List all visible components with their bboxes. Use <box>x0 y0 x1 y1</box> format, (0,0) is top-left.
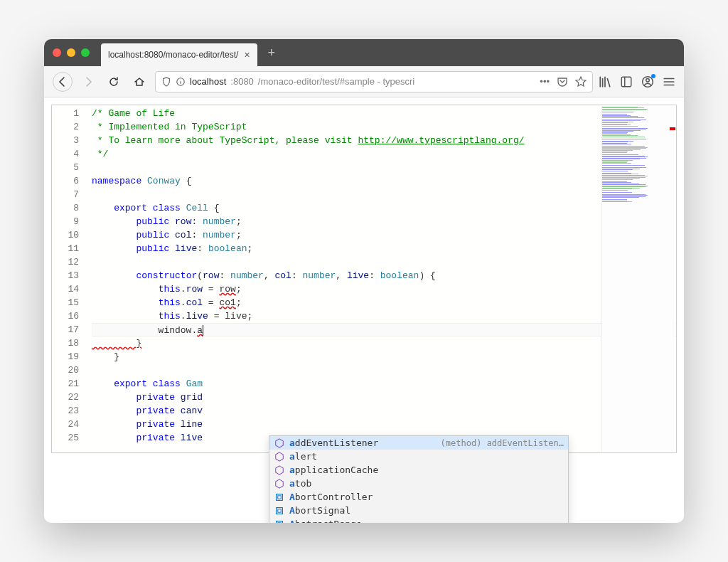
code-line[interactable]: */ <box>92 147 676 161</box>
library-icon[interactable] <box>599 75 611 88</box>
line-number: 24 <box>52 418 79 431</box>
suggest-item[interactable]: alert <box>269 450 568 463</box>
line-number: 12 <box>52 255 79 269</box>
sidebar-icon[interactable] <box>620 75 633 88</box>
reload-button[interactable] <box>104 72 124 92</box>
browser-window: localhost:8080/monaco-editor/test/ × + l… <box>44 39 684 523</box>
menu-icon[interactable] <box>663 75 675 88</box>
code-line[interactable]: } <box>92 350 676 364</box>
svg-rect-1 <box>621 77 631 87</box>
close-tab-icon[interactable]: × <box>244 49 250 60</box>
line-number: 13 <box>52 269 79 282</box>
code-line[interactable]: } <box>92 336 676 350</box>
line-number: 25 <box>52 431 79 445</box>
line-number: 16 <box>52 309 79 323</box>
line-number: 7 <box>52 188 79 201</box>
code-line[interactable]: export class Gam <box>92 377 676 391</box>
minimize-window-button[interactable] <box>67 48 75 57</box>
code-line[interactable]: this.col = co1; <box>92 296 676 309</box>
code-line[interactable]: constructor(row: number, col: number, li… <box>92 269 676 282</box>
code-line[interactable]: this.row = row; <box>92 282 676 296</box>
code-line[interactable]: /* Game of Life <box>92 107 676 120</box>
home-button[interactable] <box>129 72 149 92</box>
code-line[interactable]: public live: boolean; <box>92 242 676 255</box>
line-number: 8 <box>52 201 79 215</box>
line-number: 2 <box>52 120 79 134</box>
suggest-label: AbortController <box>289 492 373 502</box>
code-line[interactable]: this.live = live; <box>92 309 676 323</box>
code-line[interactable]: public col: number; <box>92 228 676 242</box>
line-number: 10 <box>52 228 79 242</box>
url-bar[interactable]: localhost:8080/monaco-editor/test/#sampl… <box>155 71 593 92</box>
back-button[interactable] <box>53 72 73 92</box>
account-icon[interactable] <box>641 75 654 88</box>
variable-icon <box>274 505 285 516</box>
code-line[interactable]: * Implemented in TypeScript <box>92 120 676 134</box>
maximize-window-button[interactable] <box>81 48 90 57</box>
variable-icon <box>274 492 285 503</box>
svg-rect-9 <box>278 522 281 523</box>
new-tab-button[interactable]: + <box>262 43 282 63</box>
code-line[interactable]: private canv <box>92 404 676 418</box>
code-line[interactable] <box>92 188 676 201</box>
suggest-item[interactable]: addEventListener(method) addEventListen… <box>269 436 568 450</box>
line-number: 15 <box>52 296 79 309</box>
minimap[interactable] <box>601 106 675 452</box>
line-number: 14 <box>52 282 79 296</box>
suggest-detail: (method) addEventListen… <box>441 438 564 448</box>
method-icon <box>274 451 285 462</box>
code-line[interactable]: namespace Conway { <box>92 174 676 188</box>
suggest-item[interactable]: applicationCache <box>269 463 568 477</box>
url-host: localhost <box>190 76 226 87</box>
browser-tab[interactable]: localhost:8080/monaco-editor/test/ × <box>101 43 257 66</box>
line-number: 1 <box>52 107 79 120</box>
code-line[interactable] <box>92 364 676 377</box>
suggest-widget[interactable]: addEventListener(method) addEventListen…… <box>269 435 569 523</box>
traffic-lights <box>53 48 90 57</box>
svg-rect-4 <box>277 494 283 500</box>
line-number: 4 <box>52 147 79 161</box>
line-number: 11 <box>52 242 79 255</box>
code-area[interactable]: /* Game of Life * Implemented in TypeScr… <box>92 105 676 452</box>
code-line[interactable]: private grid <box>92 391 676 404</box>
info-icon <box>176 77 186 87</box>
code-line[interactable] <box>92 255 676 269</box>
suggest-label: AbortSignal <box>289 505 350 516</box>
suggest-item[interactable]: atob <box>269 477 568 490</box>
code-line[interactable]: private line <box>92 418 676 431</box>
close-window-button[interactable] <box>53 48 61 57</box>
page-content: 1234567891011121314151617181920212223242… <box>44 97 684 523</box>
code-line[interactable]: export class Cell { <box>92 201 676 215</box>
line-number: 9 <box>52 215 79 228</box>
forward-button[interactable] <box>78 72 98 92</box>
suggest-item[interactable]: AbortController <box>269 490 568 504</box>
code-line[interactable]: window.a <box>92 323 676 336</box>
code-line[interactable]: public row: number; <box>92 215 676 228</box>
method-icon <box>274 465 285 476</box>
line-number: 22 <box>52 391 79 404</box>
line-number: 6 <box>52 174 79 188</box>
bookmark-star-icon[interactable] <box>575 76 587 88</box>
suggest-label: AbstractRange <box>289 519 362 523</box>
shield-icon <box>161 77 171 87</box>
line-number: 18 <box>52 336 79 350</box>
page-actions-icon[interactable]: ••• <box>540 76 550 88</box>
url-port: :8080 <box>230 76 254 87</box>
line-number: 3 <box>52 134 79 147</box>
line-number: 17 <box>52 323 79 336</box>
monaco-editor[interactable]: 1234567891011121314151617181920212223242… <box>51 105 677 453</box>
svg-rect-5 <box>278 495 281 498</box>
line-gutter: 1234567891011121314151617181920212223242… <box>52 105 92 452</box>
suggest-item[interactable]: AbortSignal <box>269 504 568 517</box>
line-number: 19 <box>52 350 79 364</box>
code-line[interactable] <box>92 161 676 174</box>
suggest-label: alert <box>289 451 317 462</box>
method-icon <box>274 478 285 489</box>
suggest-item[interactable]: AbstractRange <box>269 517 568 523</box>
line-number: 20 <box>52 364 79 377</box>
line-number: 23 <box>52 404 79 418</box>
method-icon <box>274 438 285 449</box>
code-line[interactable]: * To learn more about TypeScript, please… <box>92 134 676 147</box>
pocket-icon[interactable] <box>557 76 568 88</box>
svg-rect-6 <box>277 507 283 514</box>
